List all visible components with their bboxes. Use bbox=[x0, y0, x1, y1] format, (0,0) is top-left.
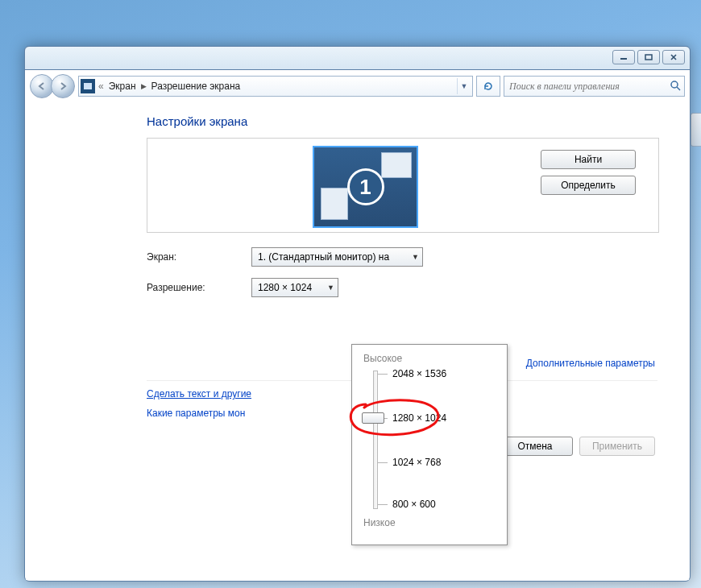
popup-high-label: Высокое bbox=[363, 353, 507, 364]
svg-point-4 bbox=[671, 81, 678, 88]
resolution-option[interactable]: 800 × 600 bbox=[392, 499, 436, 510]
resolution-combobox[interactable]: 1280 × 1024 ▼ bbox=[251, 278, 338, 297]
monitor-thumbnail[interactable]: 1 bbox=[313, 146, 418, 228]
address-dropdown[interactable]: ▼ bbox=[457, 78, 471, 94]
search-icon[interactable] bbox=[670, 80, 681, 93]
search-box[interactable] bbox=[504, 76, 685, 97]
search-input[interactable] bbox=[508, 80, 666, 93]
nav-forward-button[interactable] bbox=[51, 74, 75, 98]
slider-thumb[interactable] bbox=[362, 412, 384, 424]
chevron-down-icon: ▼ bbox=[412, 253, 419, 261]
slider-tick[interactable] bbox=[378, 462, 388, 463]
svg-line-5 bbox=[677, 87, 680, 90]
text-size-link[interactable]: Сделать текст и другие bbox=[147, 388, 251, 400]
display-preview: 1 Найти Определить bbox=[147, 138, 659, 233]
resolution-value: 1280 × 1024 bbox=[258, 282, 312, 293]
close-button[interactable] bbox=[662, 50, 685, 64]
control-panel-icon bbox=[81, 79, 95, 93]
find-button[interactable]: Найти bbox=[541, 150, 636, 169]
cancel-button[interactable]: Отмена bbox=[497, 437, 573, 456]
popup-low-label: Низкое bbox=[363, 517, 507, 528]
apply-button: Применить bbox=[579, 437, 655, 456]
page-title: Настройки экрана bbox=[147, 114, 689, 128]
screen-label: Экран: bbox=[147, 251, 251, 263]
resolution-option[interactable]: 1280 × 1024 bbox=[392, 412, 446, 424]
which-params-link[interactable]: Какие параметры мон bbox=[147, 408, 251, 419]
advanced-settings-link[interactable]: Дополнительные параметры bbox=[526, 358, 655, 369]
svg-rect-1 bbox=[645, 55, 652, 60]
identify-button[interactable]: Определить bbox=[541, 176, 636, 195]
resolution-popup: Высокое 2048 × 15361280 × 10241024 × 768… bbox=[351, 344, 508, 545]
breadcrumb-item[interactable]: Разрешение экрана bbox=[151, 81, 241, 92]
slider-tick[interactable] bbox=[378, 504, 388, 505]
slider-track[interactable] bbox=[373, 371, 378, 509]
refresh-button[interactable] bbox=[476, 76, 500, 97]
screen-value: 1. (Стандартный монитор) на bbox=[258, 251, 389, 263]
minimize-button[interactable] bbox=[612, 50, 635, 64]
maximize-button[interactable] bbox=[637, 50, 660, 64]
resolution-slider[interactable]: 2048 × 15361280 × 10241024 × 768800 × 60… bbox=[367, 367, 507, 517]
monitor-number: 1 bbox=[347, 168, 384, 205]
resolution-option[interactable]: 2048 × 1536 bbox=[392, 368, 446, 379]
adjacent-window-edge bbox=[691, 113, 701, 147]
breadcrumb-item[interactable]: Экран bbox=[109, 81, 136, 92]
resolution-option[interactable]: 1024 × 768 bbox=[392, 457, 441, 468]
window-titlebar[interactable] bbox=[24, 46, 691, 70]
breadcrumb-root[interactable]: « bbox=[98, 81, 104, 92]
chevron-down-icon: ▼ bbox=[327, 284, 334, 292]
resolution-label: Разрешение: bbox=[147, 282, 251, 293]
address-bar[interactable]: « Экран ▶ Разрешение экрана ▼ bbox=[78, 76, 473, 97]
screen-combobox[interactable]: 1. (Стандартный монитор) на ▼ bbox=[251, 247, 423, 267]
chevron-right-icon: ▶ bbox=[141, 82, 147, 90]
slider-tick[interactable] bbox=[378, 374, 388, 375]
